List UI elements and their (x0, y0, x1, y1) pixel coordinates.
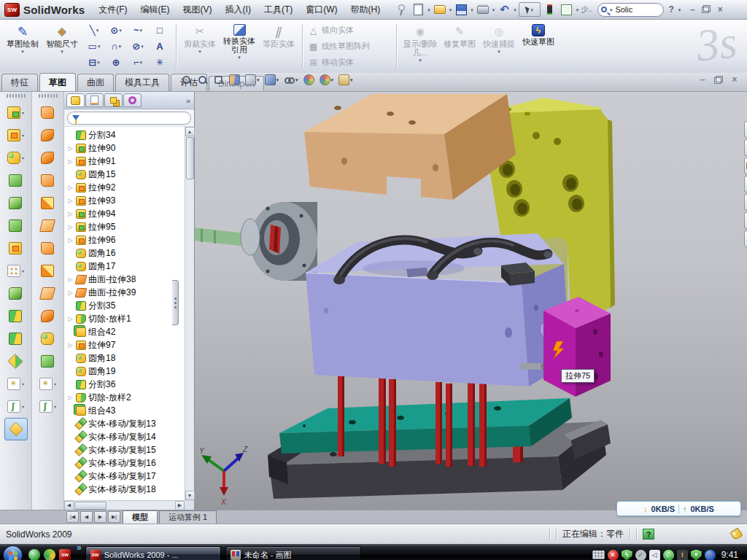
expand-arrow-icon[interactable] (67, 342, 74, 349)
command-tab[interactable]: 特征 (1, 74, 38, 91)
hud-button[interactable]: ▾ (320, 74, 334, 85)
net-speed-widget[interactable]: ↓ 0KB/S ↑ 0KB/S (616, 501, 741, 516)
sketch-entity-button[interactable]: ⊙ ▾ (105, 23, 127, 39)
tree-item[interactable]: 拉伸95 (66, 220, 185, 233)
hud-button[interactable]: ▾ (284, 74, 298, 85)
sketch-entity-button[interactable]: ✳ ▾ (149, 55, 171, 71)
menu-item[interactable]: 插入(I) (219, 1, 258, 19)
hud-button[interactable]: ▾ (213, 74, 224, 85)
instant3d-button-pressed[interactable] (4, 418, 28, 440)
tree-item[interactable]: 分割34 (66, 128, 185, 141)
model-tab[interactable]: 运动算例 1 (159, 510, 217, 524)
menu-item[interactable]: 窗口(W) (299, 1, 344, 19)
cmd-button[interactable]: 快速捕捉 ▾ (479, 21, 519, 71)
cmd-button[interactable]: 草图绘制 ▾ (3, 21, 42, 71)
undo-button[interactable]: ↶ (497, 2, 511, 17)
hud-button[interactable]: ▾ (245, 74, 260, 85)
tree-item[interactable]: 拉伸97 (66, 338, 185, 351)
tree-item[interactable]: 分割36 (66, 378, 185, 391)
dimxpert-manager-tab[interactable] (123, 93, 142, 107)
scroll-down-icon[interactable]: ▼ (185, 491, 195, 500)
select-tool-button[interactable]: ▾ (519, 2, 541, 17)
ejector-plate-part[interactable] (279, 398, 572, 454)
doc-minimize-button[interactable]: – (697, 75, 708, 84)
new-document-button[interactable] (411, 2, 425, 17)
features-toolbar-button[interactable]: ▾ (7, 260, 24, 282)
hud-button[interactable]: ▾ (303, 74, 314, 85)
tree-vertical-scrollbar[interactable]: ▲ ▼ (185, 127, 194, 500)
quick-launch-icon[interactable] (44, 549, 55, 560)
features-toolbar-button[interactable]: ▾ (9, 192, 22, 214)
minimize-button[interactable]: – (687, 5, 697, 14)
sketch-entity-button[interactable]: ⌐ ▾ (127, 55, 149, 71)
graphics-viewport[interactable]: Y Z X 拉伸75 (195, 92, 747, 510)
tree-item[interactable]: 组合42 (66, 325, 185, 338)
menu-item[interactable]: 编辑(E) (134, 1, 177, 19)
open-caret[interactable]: ▾ (449, 7, 452, 12)
save-button[interactable] (454, 2, 468, 17)
scroll-up-icon[interactable]: ▲ (185, 127, 195, 136)
tray-icon[interactable]: ◁ (649, 550, 660, 560)
expand-arrow-icon[interactable] (67, 145, 74, 152)
tab-nav-button[interactable]: |◀ (66, 511, 79, 523)
help-button[interactable]: ? (666, 4, 676, 15)
taskbar-window-button[interactable]: 未命名 - 画图 (225, 546, 361, 560)
rebuild-button[interactable] (543, 2, 557, 17)
expand-arrow-icon[interactable] (67, 316, 74, 322)
expand-arrow-icon[interactable] (67, 276, 74, 283)
sketch-entity-button[interactable]: A ▾ (149, 39, 171, 55)
tray-icon[interactable]: ✓ (635, 550, 646, 560)
sprue-bushing-part[interactable] (195, 202, 317, 281)
surfaces-toolbar-button[interactable]: ▾ (41, 101, 54, 124)
surfaces-toolbar-button[interactable]: ▾ (41, 124, 54, 147)
cmd-button[interactable]: 等距实体 ▾ (259, 21, 298, 71)
tree-horizontal-scrollbar[interactable]: ◀ ▶ (64, 500, 185, 510)
quick-launch-chevron[interactable]: » (77, 544, 82, 551)
cmd-row-button[interactable]: 镜向实体 (306, 23, 392, 38)
expand-arrow-icon[interactable] (67, 184, 74, 191)
surfaces-toolbar-button[interactable]: ▾ (41, 192, 54, 214)
features-toolbar-button[interactable]: ▾ (9, 169, 22, 192)
tree-item[interactable]: 圆角19 (66, 365, 185, 378)
tree-item[interactable]: 圆角18 (66, 351, 185, 365)
scroll-thumb[interactable] (186, 137, 194, 179)
tray-icon[interactable]: + (691, 550, 702, 560)
tree-item[interactable]: 拉伸90 (66, 141, 185, 155)
toolbar-drag-handle[interactable] (39, 94, 58, 98)
start-button[interactable] (3, 545, 23, 560)
cmd-button[interactable]: 修复草图 ▾ (440, 21, 479, 71)
cmd-button[interactable]: 转换实体引用 ▾ (220, 21, 259, 71)
task-pane-button[interactable] (744, 230, 747, 247)
hud-button[interactable]: ▾ (181, 74, 192, 85)
menu-item[interactable]: 工具(T) (258, 1, 299, 19)
tree-item[interactable]: 实体-移动/复制13 (66, 417, 185, 430)
tag-icon[interactable] (729, 527, 743, 540)
cmd-button[interactable]: 快速草图 ▾ (519, 21, 558, 71)
tab-nav-button[interactable]: ◀ (80, 511, 93, 523)
sketch-entity-button[interactable]: ╲ ▾ (83, 23, 105, 39)
quick-tips-icon[interactable]: ? (643, 529, 654, 540)
property-manager-tab[interactable] (85, 93, 104, 107)
expand-arrow-icon[interactable] (67, 289, 74, 296)
expand-arrow-icon[interactable] (67, 211, 74, 217)
close-button[interactable]: × (715, 5, 725, 14)
cmd-row-button[interactable]: 线性草图阵列 (306, 39, 392, 54)
cmd-button[interactable]: 显示/删除几... ▾ (400, 21, 440, 71)
surfaces-toolbar-button[interactable]: ▾ (41, 147, 54, 169)
tray-icon[interactable]: ✕ (608, 550, 619, 560)
tree-item[interactable]: 切除-放样2 (66, 391, 185, 404)
search-input[interactable] (615, 5, 657, 14)
cmd-button[interactable]: 智能尺寸 ▾ (42, 21, 82, 71)
surfaces-toolbar-button[interactable]: ▾ (39, 373, 56, 395)
quick-launch-icon[interactable]: SW (59, 549, 71, 560)
command-tab[interactable]: 曲面 (77, 74, 114, 91)
features-toolbar-button[interactable]: ▾ (9, 327, 22, 350)
menu-item[interactable]: 帮助(H) (344, 1, 387, 19)
tree-item[interactable]: 切除-放样1 (66, 312, 185, 325)
help-caret[interactable]: ▾ (678, 7, 681, 12)
tray-icon[interactable]: ! (677, 550, 688, 560)
tray-icon[interactable]: ✆ (663, 550, 674, 560)
print-caret[interactable]: ▾ (492, 7, 495, 12)
tree-item[interactable]: 曲面-拉伸38 (66, 273, 185, 286)
quick-launch-icon[interactable] (28, 549, 40, 560)
